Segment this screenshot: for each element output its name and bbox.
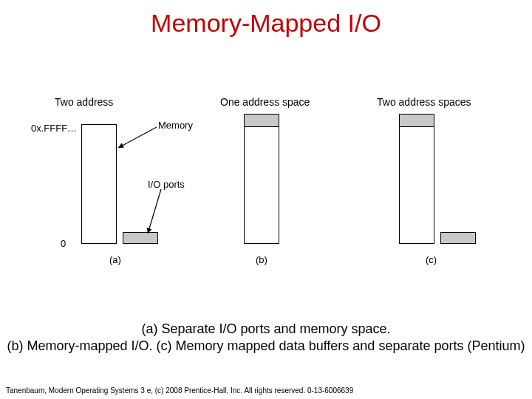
bar-c-main xyxy=(399,124,434,244)
bar-b xyxy=(244,124,279,244)
bar-c-ioports xyxy=(440,232,476,244)
sub-label-c: (c) xyxy=(426,254,437,265)
sub-label-b: (b) xyxy=(256,254,267,265)
figure-area: Two address One address space Two addres… xyxy=(37,96,495,288)
sub-label-a: (a) xyxy=(109,254,121,265)
bar-c-top-shade xyxy=(399,114,434,127)
caption-line-a: (a) Separate I/O ports and memory space. xyxy=(0,321,532,338)
ioports-label: I/O ports xyxy=(148,179,185,190)
caption-line-bc: (b) Memory-mapped I/O. (c) Memory mapped… xyxy=(0,338,532,355)
svg-line-1 xyxy=(148,189,161,233)
svg-line-0 xyxy=(118,127,157,148)
slide-title: Memory-Mapped I/O xyxy=(0,9,532,38)
caption: (a) Separate I/O ports and memory space.… xyxy=(0,321,532,355)
footer-text: Tanenbaum, Modern Operating Systems 3 e,… xyxy=(6,386,353,395)
bar-b-top-shade xyxy=(244,114,279,127)
